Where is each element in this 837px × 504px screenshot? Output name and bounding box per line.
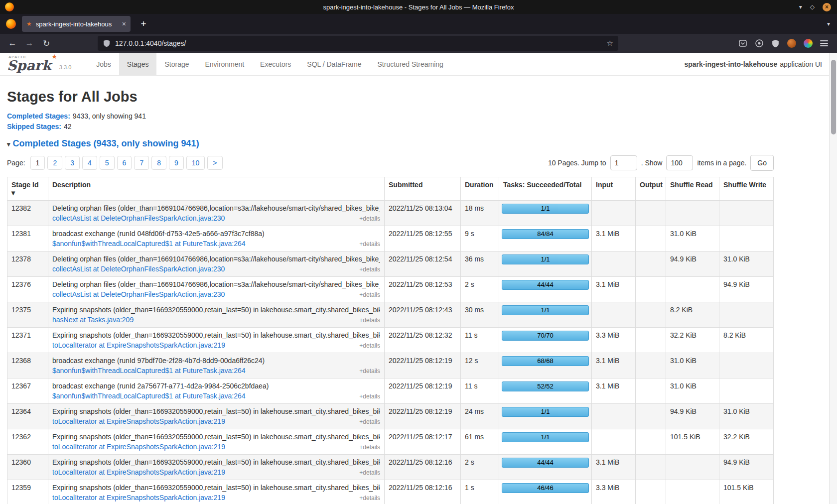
- tab-favicon-icon: ★: [26, 21, 32, 27]
- page-button-9[interactable]: 9: [169, 156, 184, 170]
- pocket-icon[interactable]: [738, 39, 747, 48]
- scrollbar[interactable]: [829, 53, 837, 504]
- forward-button[interactable]: →: [21, 36, 38, 50]
- close-button[interactable]: ×: [823, 3, 831, 11]
- minimize-button[interactable]: ▾: [799, 4, 802, 10]
- spark-logo[interactable]: APACHE Spark ★ 3.3.0: [0, 54, 75, 74]
- nav-item-storage[interactable]: Storage: [156, 53, 197, 75]
- details-toggle[interactable]: +details: [359, 393, 380, 400]
- stage-description-cell: broadcast exchange (runId 97bdf70e-2f28-…: [48, 353, 385, 378]
- details-toggle[interactable]: +details: [359, 291, 380, 298]
- column-header-shuffle-read[interactable]: Shuffle Read: [666, 177, 719, 201]
- application-title: spark-ingest-into-lakehouseapplication U…: [684, 60, 822, 68]
- browser-tab[interactable]: ★ spark-ingest-into-lakehous ×: [22, 16, 131, 32]
- page-button-8[interactable]: 8: [151, 156, 166, 170]
- stage-duration: 24 ms: [461, 404, 499, 429]
- details-toggle[interactable]: +details: [359, 342, 380, 349]
- page-button-10[interactable]: 10: [186, 156, 205, 170]
- url-text[interactable]: 127.0.0.1:4040/stages/: [115, 39, 602, 47]
- stage-callsite-link[interactable]: toLocalIterator at ExpireSnapshotsSparkA…: [52, 417, 225, 425]
- page-button-4[interactable]: 4: [82, 156, 97, 170]
- stage-callsite-link[interactable]: collectAsList at DeleteOrphanFilesSparkA…: [52, 265, 225, 273]
- stage-callsite-link[interactable]: toLocalIterator at ExpireSnapshotsSparkA…: [52, 443, 225, 451]
- menu-button[interactable]: [820, 40, 828, 46]
- spark-nav-items: JobsStagesStorageEnvironmentExecutorsSQL…: [88, 53, 451, 75]
- stage-callsite-link[interactable]: hasNext at Tasks.java:209: [52, 316, 134, 324]
- list-tabs-icon[interactable]: ▾: [827, 20, 830, 27]
- column-header-stage-id[interactable]: Stage Id ▾: [7, 177, 48, 201]
- stage-callsite-link[interactable]: $anonfun$withThreadLocalCaptured$1 at Fu…: [52, 367, 246, 375]
- adblock-shield-icon[interactable]: [771, 39, 780, 48]
- stage-id: 12367: [7, 378, 48, 404]
- stage-tasks-cell: 84/84: [499, 226, 592, 252]
- jump-to-page-input[interactable]: [610, 155, 637, 170]
- stage-callsite-link[interactable]: toLocalIterator at ExpireSnapshotsSparkA…: [52, 341, 225, 349]
- stage-description: Expiring snapshots (older_than=166932055…: [52, 331, 380, 339]
- nav-item-jobs[interactable]: Jobs: [88, 53, 119, 75]
- details-toggle[interactable]: +details: [359, 368, 380, 375]
- page-button-1[interactable]: 1: [30, 156, 45, 170]
- column-header-tasks-succeeded-total[interactable]: Tasks: Succeeded/Total: [499, 177, 592, 201]
- next-page-button[interactable]: >: [207, 156, 222, 170]
- column-header-description[interactable]: Description: [48, 177, 385, 201]
- window-title: spark-ingest-into-lakehouse - Stages for…: [0, 3, 837, 11]
- extension-circle-icon[interactable]: [755, 39, 764, 48]
- reload-button[interactable]: ↻: [38, 36, 55, 50]
- items-per-page-input[interactable]: [666, 155, 693, 170]
- nav-item-sql-dataframe[interactable]: SQL / DataFrame: [299, 53, 369, 75]
- stage-description: Expiring snapshots (older_than=166932055…: [52, 306, 380, 314]
- go-button[interactable]: Go: [750, 155, 774, 171]
- spark-version: 3.3.0: [59, 64, 71, 70]
- bookmark-star-icon[interactable]: ☆: [607, 39, 613, 48]
- column-header-shuffle-write[interactable]: Shuffle Write: [719, 177, 774, 201]
- details-toggle[interactable]: +details: [359, 266, 380, 273]
- maximize-button[interactable]: ◇: [810, 4, 815, 10]
- stage-output: [636, 455, 666, 480]
- stage-submitted: 2022/11/25 08:13:04: [385, 201, 461, 226]
- column-header-submitted[interactable]: Submitted: [385, 177, 461, 201]
- column-header-duration[interactable]: Duration: [461, 177, 499, 201]
- stage-shuffle-write: 31.0 KiB: [719, 404, 774, 429]
- details-toggle[interactable]: +details: [359, 215, 380, 222]
- nav-item-structured-streaming[interactable]: Structured Streaming: [370, 53, 451, 75]
- completed-stages-link[interactable]: Completed Stages:: [7, 112, 70, 120]
- stage-tasks-cell: 46/46: [499, 480, 592, 504]
- details-toggle[interactable]: +details: [359, 469, 380, 476]
- new-tab-button[interactable]: +: [137, 18, 150, 29]
- page-button-3[interactable]: 3: [65, 156, 80, 170]
- stage-duration: 2 s: [461, 455, 499, 480]
- column-header-input[interactable]: Input: [592, 177, 636, 201]
- stage-shuffle-read: 94.9 KiB: [666, 252, 719, 277]
- nav-item-stages[interactable]: Stages: [119, 53, 157, 75]
- completed-stages-section-header[interactable]: ▾Completed Stages (9433, only showing 94…: [7, 138, 774, 149]
- details-toggle[interactable]: +details: [359, 495, 380, 502]
- column-header-output[interactable]: Output: [636, 177, 666, 201]
- tab-close-icon[interactable]: ×: [122, 20, 126, 27]
- tracking-protection-shield-icon[interactable]: [103, 39, 111, 47]
- url-bar[interactable]: 127.0.0.1:4040/stages/ ☆: [98, 36, 618, 51]
- colorful-extension-icon[interactable]: [804, 39, 813, 48]
- details-toggle[interactable]: +details: [359, 418, 380, 425]
- details-toggle[interactable]: +details: [359, 317, 380, 324]
- page-button-2[interactable]: 2: [47, 156, 62, 170]
- stage-tasks-cell: 1/1: [499, 302, 592, 328]
- back-button[interactable]: ←: [4, 36, 21, 50]
- nav-item-environment[interactable]: Environment: [197, 53, 253, 75]
- stage-callsite-link[interactable]: $anonfun$withThreadLocalCaptured$1 at Fu…: [52, 240, 246, 248]
- scrollbar-thumb[interactable]: [831, 60, 836, 134]
- profile-avatar-icon[interactable]: [787, 39, 796, 48]
- firefox-view-icon[interactable]: [6, 19, 16, 29]
- page-button-5[interactable]: 5: [100, 156, 115, 170]
- page-button-7[interactable]: 7: [134, 156, 149, 170]
- nav-item-executors[interactable]: Executors: [252, 53, 299, 75]
- stage-callsite-link[interactable]: collectAsList at DeleteOrphanFilesSparkA…: [52, 214, 225, 222]
- stage-callsite-link[interactable]: toLocalIterator at ExpireSnapshotsSparkA…: [52, 494, 225, 502]
- skipped-stages-link[interactable]: Skipped Stages:: [7, 123, 61, 130]
- stage-callsite-link[interactable]: toLocalIterator at ExpireSnapshotsSparkA…: [52, 468, 225, 476]
- page-button-6[interactable]: 6: [117, 156, 132, 170]
- details-toggle[interactable]: +details: [359, 241, 380, 248]
- details-toggle[interactable]: +details: [359, 444, 380, 451]
- stage-row: 12382Deleting orphan files (older_than=1…: [7, 201, 774, 226]
- stage-callsite-link[interactable]: collectAsList at DeleteOrphanFilesSparkA…: [52, 290, 225, 298]
- stage-callsite-link[interactable]: $anonfun$withThreadLocalCaptured$1 at Fu…: [52, 392, 246, 400]
